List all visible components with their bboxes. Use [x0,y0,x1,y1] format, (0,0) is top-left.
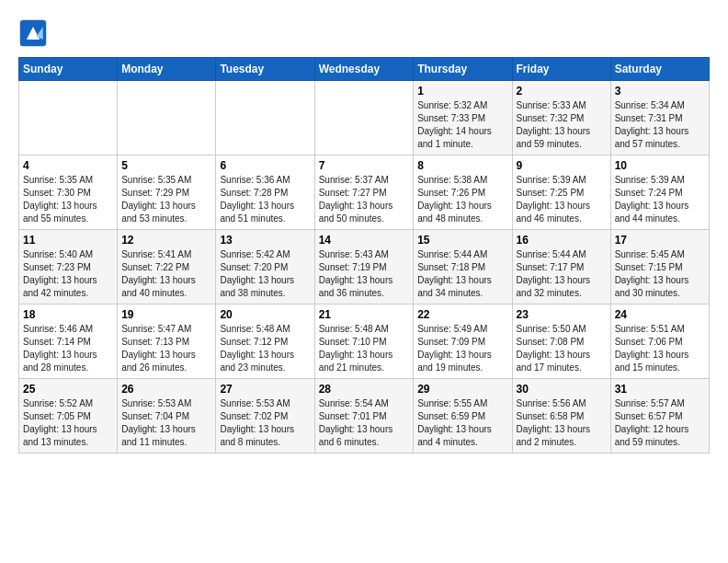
day-info: Sunrise: 5:48 AM Sunset: 7:12 PM Dayligh… [220,323,310,374]
day-cell: 19Sunrise: 5:47 AM Sunset: 7:13 PM Dayli… [118,304,216,379]
day-cell [216,81,314,155]
day-cell: 9Sunrise: 5:39 AM Sunset: 7:25 PM Daylig… [512,155,610,230]
day-info: Sunrise: 5:42 AM Sunset: 7:20 PM Dayligh… [220,248,310,300]
day-info: Sunrise: 5:53 AM Sunset: 7:02 PM Dayligh… [220,397,310,449]
day-info: Sunrise: 5:35 AM Sunset: 7:29 PM Dayligh… [121,174,211,225]
day-cell: 14Sunrise: 5:43 AM Sunset: 7:19 PM Dayli… [314,230,414,304]
day-cell: 31Sunrise: 5:57 AM Sunset: 6:57 PM Dayli… [610,379,709,454]
day-cell: 24Sunrise: 5:51 AM Sunset: 7:06 PM Dayli… [610,304,709,379]
day-info: Sunrise: 5:51 AM Sunset: 7:06 PM Dayligh… [615,323,705,374]
calendar-table: SundayMondayTuesdayWednesdayThursdayFrid… [18,57,710,454]
weekday-header-friday: Friday [512,58,610,81]
day-cell: 16Sunrise: 5:44 AM Sunset: 7:17 PM Dayli… [512,230,610,304]
day-number: 8 [417,159,507,172]
weekday-header-row: SundayMondayTuesdayWednesdayThursdayFrid… [19,58,710,81]
day-cell: 27Sunrise: 5:53 AM Sunset: 7:02 PM Dayli… [216,379,314,454]
day-number: 5 [121,159,211,172]
day-info: Sunrise: 5:33 AM Sunset: 7:32 PM Dayligh… [517,99,607,151]
weekday-header-wednesday: Wednesday [314,58,414,81]
day-number: 17 [615,234,705,247]
day-cell: 2Sunrise: 5:33 AM Sunset: 7:32 PM Daylig… [512,81,610,155]
day-cell: 11Sunrise: 5:40 AM Sunset: 7:23 PM Dayli… [19,230,118,304]
day-cell: 5Sunrise: 5:35 AM Sunset: 7:29 PM Daylig… [118,155,216,230]
day-info: Sunrise: 5:47 AM Sunset: 7:13 PM Dayligh… [121,323,211,374]
day-number: 6 [220,159,310,172]
day-info: Sunrise: 5:55 AM Sunset: 6:59 PM Dayligh… [417,397,507,449]
day-info: Sunrise: 5:57 AM Sunset: 6:57 PM Dayligh… [615,397,705,449]
day-info: Sunrise: 5:46 AM Sunset: 7:14 PM Dayligh… [23,323,113,374]
day-info: Sunrise: 5:49 AM Sunset: 7:09 PM Dayligh… [417,323,507,374]
day-info: Sunrise: 5:37 AM Sunset: 7:27 PM Dayligh… [319,174,410,225]
week-row-4: 25Sunrise: 5:52 AM Sunset: 7:05 PM Dayli… [19,379,710,454]
day-number: 27 [220,383,310,396]
day-cell: 15Sunrise: 5:44 AM Sunset: 7:18 PM Dayli… [414,230,512,304]
week-row-3: 18Sunrise: 5:46 AM Sunset: 7:14 PM Dayli… [19,304,710,379]
weekday-header-thursday: Thursday [414,58,512,81]
day-number: 4 [23,159,113,172]
day-cell: 1Sunrise: 5:32 AM Sunset: 7:33 PM Daylig… [414,81,512,155]
day-cell: 8Sunrise: 5:38 AM Sunset: 7:26 PM Daylig… [414,155,512,230]
weekday-header-sunday: Sunday [19,58,118,81]
day-number: 3 [615,85,705,98]
day-cell: 21Sunrise: 5:48 AM Sunset: 7:10 PM Dayli… [314,304,414,379]
day-number: 30 [517,383,607,396]
day-cell [118,81,216,155]
day-cell: 20Sunrise: 5:48 AM Sunset: 7:12 PM Dayli… [216,304,314,379]
day-cell [314,81,414,155]
day-number: 7 [319,159,410,172]
day-info: Sunrise: 5:56 AM Sunset: 6:58 PM Dayligh… [517,397,607,449]
day-cell: 6Sunrise: 5:36 AM Sunset: 7:28 PM Daylig… [216,155,314,230]
day-info: Sunrise: 5:39 AM Sunset: 7:25 PM Dayligh… [517,174,607,225]
day-number: 10 [615,159,705,172]
day-info: Sunrise: 5:53 AM Sunset: 7:04 PM Dayligh… [121,397,211,449]
day-number: 25 [23,383,113,396]
day-cell: 26Sunrise: 5:53 AM Sunset: 7:04 PM Dayli… [118,379,216,454]
day-info: Sunrise: 5:44 AM Sunset: 7:18 PM Dayligh… [417,248,507,300]
week-row-0: 1Sunrise: 5:32 AM Sunset: 7:33 PM Daylig… [19,81,710,155]
day-number: 23 [517,308,607,321]
day-cell: 28Sunrise: 5:54 AM Sunset: 7:01 PM Dayli… [314,379,414,454]
day-cell: 13Sunrise: 5:42 AM Sunset: 7:20 PM Dayli… [216,230,314,304]
day-number: 26 [121,383,211,396]
logo-icon [18,18,48,48]
week-row-2: 11Sunrise: 5:40 AM Sunset: 7:23 PM Dayli… [19,230,710,304]
day-info: Sunrise: 5:48 AM Sunset: 7:10 PM Dayligh… [319,323,410,374]
day-number: 1 [417,85,507,98]
day-number: 11 [23,234,113,247]
day-info: Sunrise: 5:44 AM Sunset: 7:17 PM Dayligh… [517,248,607,300]
day-number: 2 [517,85,607,98]
day-number: 22 [417,308,507,321]
day-cell: 30Sunrise: 5:56 AM Sunset: 6:58 PM Dayli… [512,379,610,454]
day-info: Sunrise: 5:32 AM Sunset: 7:33 PM Dayligh… [417,99,507,151]
day-cell: 22Sunrise: 5:49 AM Sunset: 7:09 PM Dayli… [414,304,512,379]
day-info: Sunrise: 5:54 AM Sunset: 7:01 PM Dayligh… [319,397,410,449]
week-row-1: 4Sunrise: 5:35 AM Sunset: 7:30 PM Daylig… [19,155,710,230]
day-info: Sunrise: 5:34 AM Sunset: 7:31 PM Dayligh… [615,99,705,151]
day-number: 29 [417,383,507,396]
day-number: 16 [517,234,607,247]
day-number: 21 [319,308,410,321]
day-cell: 25Sunrise: 5:52 AM Sunset: 7:05 PM Dayli… [19,379,118,454]
day-info: Sunrise: 5:39 AM Sunset: 7:24 PM Dayligh… [615,174,705,225]
page: SundayMondayTuesdayWednesdayThursdayFrid… [0,0,728,463]
day-number: 13 [220,234,310,247]
day-number: 14 [319,234,410,247]
day-info: Sunrise: 5:38 AM Sunset: 7:26 PM Dayligh… [417,174,507,225]
weekday-header-tuesday: Tuesday [216,58,314,81]
weekday-header-saturday: Saturday [610,58,709,81]
day-number: 20 [220,308,310,321]
day-cell: 4Sunrise: 5:35 AM Sunset: 7:30 PM Daylig… [19,155,118,230]
day-cell: 3Sunrise: 5:34 AM Sunset: 7:31 PM Daylig… [610,81,709,155]
day-cell: 18Sunrise: 5:46 AM Sunset: 7:14 PM Dayli… [19,304,118,379]
day-info: Sunrise: 5:41 AM Sunset: 7:22 PM Dayligh… [121,248,211,300]
day-info: Sunrise: 5:36 AM Sunset: 7:28 PM Dayligh… [220,174,310,225]
day-number: 28 [319,383,410,396]
weekday-header-monday: Monday [118,58,216,81]
day-cell [19,81,118,155]
day-cell: 10Sunrise: 5:39 AM Sunset: 7:24 PM Dayli… [610,155,709,230]
day-number: 24 [615,308,705,321]
day-cell: 23Sunrise: 5:50 AM Sunset: 7:08 PM Dayli… [512,304,610,379]
day-number: 15 [417,234,507,247]
day-number: 12 [121,234,211,247]
day-number: 31 [615,383,705,396]
